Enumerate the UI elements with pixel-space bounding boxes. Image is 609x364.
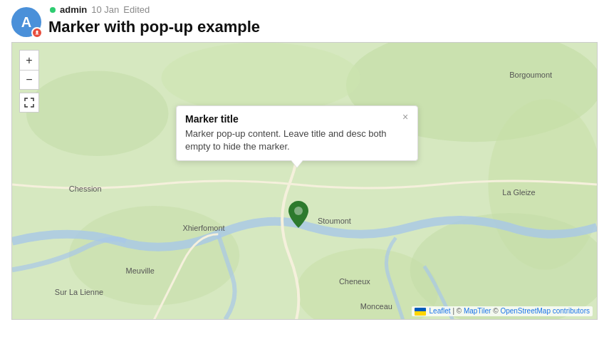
map-popup: × Marker title Marker pop-up content. Le… [176,105,418,161]
zoom-in-button[interactable]: + [19,50,39,70]
svg-text:Borgoumont: Borgoumont [509,71,552,79]
svg-text:Xhierfomont: Xhierfomont [182,224,224,232]
fullscreen-button[interactable] [19,93,39,113]
leaflet-link[interactable]: Leaflet [430,307,451,315]
attribution-separator2: © [493,307,500,315]
attribution-separator1: | © [452,307,464,315]
map-background: Borgoumont Monthouet La Gleize Chession … [12,43,597,319]
popup-title: Marker title [185,113,409,125]
svg-text:Meuville: Meuville [126,266,155,275]
user-meta-line: admin 10 Jan Edited [50,4,609,15]
svg-text:Stoumont: Stoumont [318,217,351,225]
svg-point-21 [294,207,303,215]
zoom-out-button[interactable]: − [19,70,39,90]
status-dot [50,7,56,13]
svg-point-4 [161,43,360,113]
popup-close-button[interactable]: × [399,110,412,123]
svg-text:Cheneux: Cheneux [339,277,370,286]
username: admin [60,4,87,15]
svg-text:Sur La Lienne: Sur La Lienne [55,288,103,296]
svg-point-0 [36,31,38,32]
maptiler-link[interactable]: MapTiler [464,307,491,315]
date: 10 Jan [91,4,119,15]
map-attribution: Leaflet | © MapTiler © OpenStreetMap con… [412,306,593,316]
map-controls: + − [19,50,39,113]
avatar-badge [31,27,43,38]
map-svg: Borgoumont Monthouet La Gleize Chession … [12,43,597,319]
page-title: Marker with pop-up example [37,18,609,36]
popup-content: Marker pop-up content. Leave title and d… [185,128,409,153]
svg-text:La Gleize: La Gleize [502,188,535,197]
edited-label: Edited [123,4,150,15]
svg-text:Chession: Chession [69,184,102,193]
svg-text:Monceau: Monceau [360,302,392,311]
ukraine-flag-icon [415,308,426,316]
svg-point-3 [26,71,169,156]
map-marker[interactable] [288,201,308,231]
osm-link[interactable]: OpenStreetMap contributors [500,307,590,315]
map-container[interactable]: Borgoumont Monthouet La Gleize Chession … [11,42,598,320]
